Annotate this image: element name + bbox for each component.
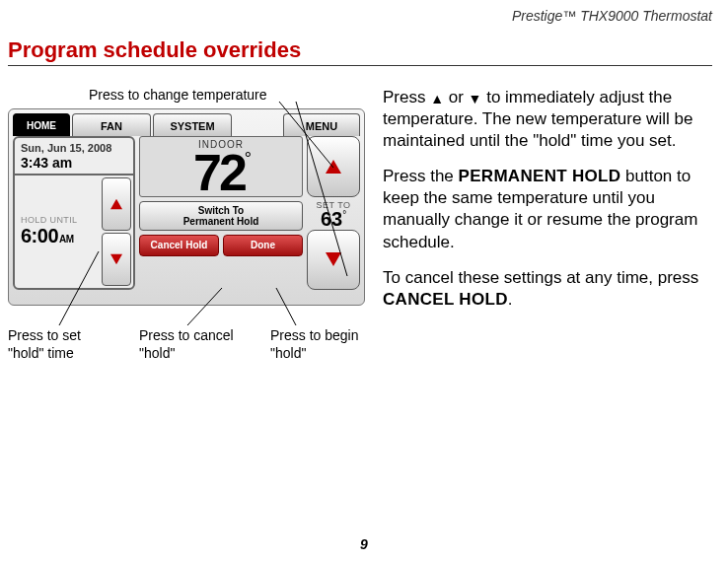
cancel-hold-button[interactable]: Cancel Hold [139,235,219,256]
time-text: 3:43 am [21,155,127,172]
callout-set-hold-time: Press to set "hold" time [8,327,111,362]
temp-down-button[interactable] [307,230,360,291]
keycap-permanent-hold: PERMANENT HOLD [459,167,621,185]
indoor-temp: 72° [140,150,302,196]
switch-perm-hold-button[interactable]: Switch To Permanent Hold [139,201,303,231]
callout-change-temp: Press to change temperature [89,87,267,103]
hold-time-value: 6:00AM [21,225,102,247]
tab-home[interactable]: HOME [13,113,70,136]
triangle-up-icon: ▲ [430,90,444,107]
page-title: Program schedule overrides [8,37,301,63]
hold-until-label: HOLD UNTIL [21,215,102,225]
hold-time-up-button[interactable] [102,177,131,231]
callout-begin-hold: Press to begin "hold" [270,327,374,362]
tab-fan[interactable]: FAN [72,113,151,136]
tab-system[interactable]: SYSTEM [153,113,232,136]
triangle-down-icon: ▼ [469,90,482,107]
done-button[interactable]: Done [223,235,303,256]
body-text: Press ▲ or ▼ to immediately adjust the t… [383,87,712,324]
divider [8,65,712,66]
svg-marker-0 [110,199,122,209]
tab-menu[interactable]: MENU [283,113,360,136]
svg-marker-1 [110,254,122,264]
svg-marker-2 [326,160,341,174]
header-product: Prestige™ THX9000 Thermostat [512,8,712,24]
page-number: 9 [0,536,728,552]
keycap-cancel-hold: CANCEL HOLD [383,290,508,309]
set-to-temp: 63° [307,210,360,228]
temp-up-button[interactable] [307,136,360,197]
date-text: Sun, Jun 15, 2008 [21,142,127,155]
hold-time-down-button[interactable] [102,233,131,286]
svg-marker-3 [326,252,341,266]
callout-cancel-hold: Press to cancel "hold" [139,327,243,362]
thermostat-diagram: HOME FAN SYSTEM MENU Sun, Jun 15, 2008 3… [8,108,365,306]
